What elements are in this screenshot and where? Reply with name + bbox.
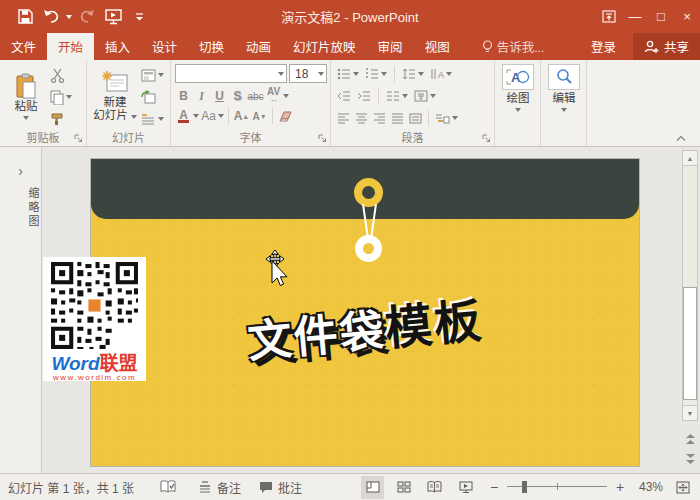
- zoom-level[interactable]: 43%: [627, 480, 663, 494]
- align-text-dropdown[interactable]: [430, 94, 436, 98]
- text-direction-button[interactable]: A: [428, 65, 454, 83]
- bold-button[interactable]: B: [175, 87, 192, 105]
- numbering-button[interactable]: [363, 65, 389, 83]
- redo-button[interactable]: [76, 6, 98, 28]
- font-color-button[interactable]: A: [175, 107, 192, 125]
- increase-indent-button[interactable]: [355, 87, 373, 105]
- undo-dropdown[interactable]: [66, 15, 72, 19]
- scroll-down-button[interactable]: ▼: [682, 405, 698, 421]
- align-center-button[interactable]: [353, 109, 370, 127]
- columns-dropdown[interactable]: [402, 94, 408, 98]
- expand-pane-icon[interactable]: ›: [0, 163, 41, 179]
- columns-button[interactable]: [384, 87, 410, 105]
- tab-design[interactable]: 设计: [141, 33, 188, 60]
- zoom-in-button[interactable]: +: [613, 479, 627, 495]
- tab-view[interactable]: 视图: [414, 33, 461, 60]
- copy-button[interactable]: [48, 88, 74, 106]
- tab-insert[interactable]: 插入: [94, 33, 141, 60]
- slide-sorter-view-button[interactable]: [392, 476, 415, 499]
- maximize-button[interactable]: □: [648, 0, 674, 33]
- reading-view-button[interactable]: [423, 476, 446, 499]
- undo-button[interactable]: [40, 6, 62, 28]
- spell-check-button[interactable]: [160, 480, 176, 494]
- minimize-button[interactable]: —: [622, 0, 648, 33]
- italic-button[interactable]: I: [193, 87, 210, 105]
- layout-dropdown[interactable]: [158, 73, 164, 77]
- previous-slide-button[interactable]: [682, 431, 698, 447]
- zoom-out-button[interactable]: −: [487, 479, 501, 495]
- clipboard-dialog-launcher[interactable]: [73, 133, 84, 144]
- underline-button[interactable]: U: [211, 87, 228, 105]
- slide-show-view-button[interactable]: [454, 476, 477, 499]
- font-name-combo[interactable]: [175, 64, 287, 83]
- scroll-up-button[interactable]: ▲: [682, 150, 698, 166]
- new-slide-button[interactable]: 新建 幻灯片: [91, 70, 139, 122]
- text-shadow-button[interactable]: S: [229, 87, 246, 105]
- bullets-button[interactable]: [335, 65, 361, 83]
- smartart-dropdown[interactable]: [452, 116, 458, 120]
- scrollbar-track[interactable]: [682, 166, 698, 405]
- layout-button[interactable]: [139, 66, 166, 84]
- paste-dropdown[interactable]: [23, 116, 29, 120]
- tab-review[interactable]: 审阅: [367, 33, 414, 60]
- paragraph-dialog-launcher[interactable]: [481, 133, 492, 144]
- font-color-dropdown[interactable]: [193, 114, 199, 118]
- bullets-dropdown[interactable]: [353, 72, 359, 76]
- share-button[interactable]: 共享: [633, 33, 700, 60]
- thumbnail-pane-collapsed[interactable]: › 缩略图: [0, 147, 42, 473]
- clear-formatting-button[interactable]: [277, 107, 294, 125]
- section-button[interactable]: [139, 110, 166, 128]
- sign-in-button[interactable]: 登录: [580, 33, 627, 60]
- cut-button[interactable]: [48, 66, 74, 84]
- fit-slide-to-window-button[interactable]: [671, 476, 694, 499]
- decrease-indent-button[interactable]: [335, 87, 353, 105]
- tab-animations[interactable]: 动画: [235, 33, 282, 60]
- line-spacing-dropdown[interactable]: [418, 72, 424, 76]
- drawing-button[interactable]: A 绘图: [499, 64, 537, 112]
- character-spacing-button[interactable]: AV↔: [265, 87, 282, 105]
- text-direction-dropdown[interactable]: [446, 72, 452, 76]
- start-slideshow-button[interactable]: [102, 6, 124, 28]
- distribute-button[interactable]: [407, 109, 424, 127]
- ribbon-display-options-button[interactable]: [596, 0, 622, 33]
- zoom-slider[interactable]: [507, 480, 607, 494]
- customize-qat-button[interactable]: [128, 6, 150, 28]
- align-text-button[interactable]: [412, 87, 438, 105]
- next-slide-button[interactable]: [682, 451, 698, 467]
- numbering-dropdown[interactable]: [381, 72, 387, 76]
- section-dropdown[interactable]: [158, 117, 164, 121]
- format-painter-button[interactable]: [48, 110, 74, 128]
- font-name-dropdown[interactable]: [278, 72, 284, 76]
- align-left-button[interactable]: [335, 109, 352, 127]
- scrollbar-thumb[interactable]: [683, 287, 697, 400]
- paste-button[interactable]: 粘贴: [4, 73, 48, 120]
- drawing-dropdown[interactable]: [515, 108, 521, 112]
- font-dialog-launcher[interactable]: [317, 133, 328, 144]
- font-size-dropdown[interactable]: [318, 72, 324, 76]
- new-slide-dropdown[interactable]: [131, 115, 137, 119]
- tab-slideshow[interactable]: 幻灯片放映: [282, 33, 367, 60]
- convert-to-smartart-button[interactable]: [433, 109, 460, 127]
- line-spacing-button[interactable]: [400, 65, 426, 83]
- reset-slide-button[interactable]: [139, 88, 166, 106]
- normal-view-button[interactable]: [361, 476, 384, 499]
- editing-button[interactable]: 编辑: [545, 64, 583, 112]
- zoom-slider-thumb[interactable]: [522, 481, 527, 493]
- justify-button[interactable]: [389, 109, 406, 127]
- align-right-button[interactable]: [371, 109, 388, 127]
- increase-font-size-button[interactable]: A▲: [233, 107, 250, 125]
- tab-file[interactable]: 文件: [0, 33, 47, 60]
- close-button[interactable]: ×: [674, 0, 700, 33]
- collapse-ribbon-button[interactable]: [676, 135, 686, 142]
- tab-home[interactable]: 开始: [47, 33, 94, 60]
- character-spacing-dropdown[interactable]: [283, 94, 289, 98]
- save-button[interactable]: [14, 6, 36, 28]
- change-case-button[interactable]: Aa: [200, 107, 217, 125]
- tab-tell-me[interactable]: 告诉我...: [471, 33, 556, 60]
- vertical-scrollbar[interactable]: ▲ ▼: [682, 150, 698, 421]
- font-size-combo[interactable]: 18: [289, 64, 327, 83]
- copy-dropdown[interactable]: [66, 95, 72, 99]
- tab-transitions[interactable]: 切换: [188, 33, 235, 60]
- comments-button[interactable]: 批注: [259, 479, 302, 496]
- editing-dropdown[interactable]: [561, 108, 567, 112]
